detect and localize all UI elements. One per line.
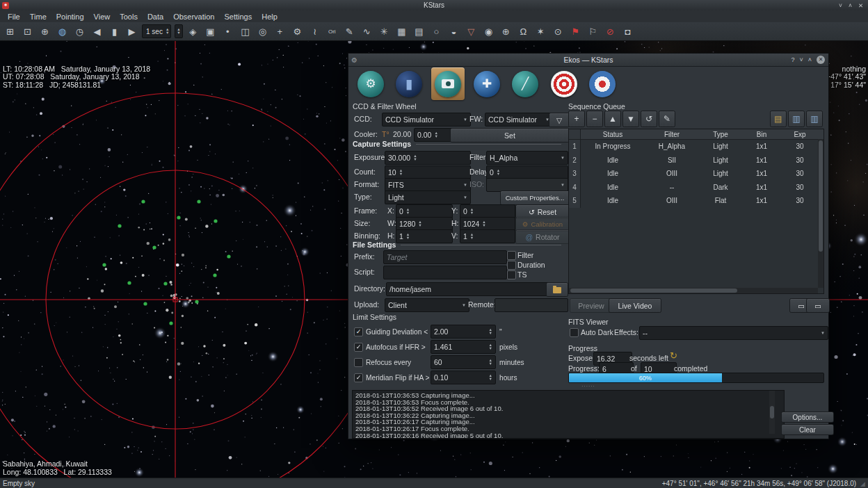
zoom-to-fit-icon[interactable]: ⊞: [3, 25, 17, 38]
filter-manager-button[interactable]: ▽: [549, 113, 570, 127]
set-time-icon[interactable]: ◷: [73, 25, 86, 38]
horizontal-grid-icon[interactable]: ▤: [412, 25, 426, 38]
location-info-box[interactable]: Sabahiya, Ahmadi, KuwaitLong: 48.100833 …: [3, 437, 112, 477]
save-sequence-as-icon[interactable]: ▥: [806, 111, 823, 127]
download-data-icon[interactable]: ◍: [56, 25, 69, 38]
help-icon[interactable]: ?: [791, 56, 794, 63]
limit-checkbox[interactable]: ✓: [354, 373, 363, 382]
custom-properties-button[interactable]: Custom Properties...: [500, 190, 570, 205]
column-filter[interactable]: Filter: [645, 131, 699, 138]
size-h-spinbox[interactable]: 1024: [460, 217, 515, 231]
stop-clock-icon[interactable]: ▮: [108, 25, 121, 38]
add-job-icon[interactable]: +: [568, 111, 585, 127]
live-video-button[interactable]: Live Video: [609, 298, 661, 313]
filter-select[interactable]: H_Alpha: [486, 151, 568, 165]
export-sky-image-icon[interactable]: ◘: [621, 25, 634, 38]
auto-dark-checkbox[interactable]: [570, 328, 579, 337]
remove-job-icon[interactable]: −: [586, 111, 603, 127]
size-w-spinbox[interactable]: 1280: [396, 217, 453, 231]
menu-item[interactable]: Help: [257, 12, 282, 22]
count-spinbox[interactable]: 10: [385, 165, 471, 179]
ekos-titlebar[interactable]: ⚙ Ekos — KStars ? ✕: [348, 54, 828, 67]
menu-item[interactable]: Tools: [115, 12, 143, 22]
night-vision-icon[interactable]: ⊘: [604, 25, 617, 38]
format-select[interactable]: FITS: [385, 178, 471, 192]
move-job-down-icon[interactable]: ▼: [622, 111, 639, 127]
clear-log-button[interactable]: Clear: [781, 424, 834, 435]
device-manager-icon[interactable]: ◫: [239, 25, 252, 38]
internet-link-icon[interactable]: ≀: [308, 25, 321, 38]
zoom-in-icon[interactable]: ⊕: [38, 25, 51, 38]
hips-overlay-icon[interactable]: ⊕: [499, 25, 513, 38]
directory-input[interactable]: /home/jasem: [386, 282, 550, 296]
time-step-back-icon[interactable]: ◀: [90, 25, 104, 38]
time-unit-stepper[interactable]: [175, 24, 182, 38]
edit-job-icon[interactable]: ✎: [659, 111, 675, 127]
tab-guide[interactable]: [547, 67, 581, 100]
sequence-row[interactable]: 2 Idle SII Light 1x1 30: [569, 154, 823, 168]
tab-scheduler[interactable]: ▮: [392, 67, 426, 100]
open-sequence-icon[interactable]: ▤: [770, 111, 787, 127]
delay-spinbox[interactable]: 0: [486, 165, 568, 179]
table-horizontal-scrollbar[interactable]: [569, 288, 818, 293]
sky-culture-icon[interactable]: ▽: [465, 25, 478, 38]
star-hopper-icon[interactable]: ✶: [534, 25, 547, 38]
browse-directory-button[interactable]: [546, 282, 568, 297]
menu-item[interactable]: Data: [143, 12, 168, 22]
type-select[interactable]: Light: [385, 190, 471, 204]
shade-icon[interactable]: [799, 56, 803, 63]
add-flag-icon[interactable]: ⚐: [586, 25, 600, 38]
reset-queue-icon[interactable]: ↺: [641, 111, 657, 127]
sequence-row[interactable]: 4 Idle -- Dark 1x1 30: [569, 181, 823, 195]
time-step-spinbox[interactable]: 1 sec: [142, 24, 171, 38]
lock-position-icon[interactable]: Ω: [517, 25, 530, 38]
log-output[interactable]: 2018-01-13T10:36:53 Capturing image...20…: [352, 390, 785, 439]
menu-item[interactable]: Pointing: [51, 12, 89, 22]
sequence-row[interactable]: 1 In Progress H_Alpha Light 1x1 30: [569, 140, 823, 154]
menu-item[interactable]: Settings: [219, 12, 257, 22]
ts-checkbox[interactable]: [507, 270, 516, 279]
menu-item[interactable]: Time: [25, 12, 51, 22]
opaque-ground-icon[interactable]: ◒: [447, 25, 460, 38]
limit-checkbox[interactable]: [354, 358, 363, 367]
table-vertical-scrollbar[interactable]: [818, 139, 823, 288]
move-job-up-icon[interactable]: ▲: [604, 111, 621, 127]
track-object-icon[interactable]: •: [221, 25, 234, 38]
find-object-icon[interactable]: ⊡: [21, 25, 34, 38]
column-status[interactable]: Status: [581, 131, 645, 138]
start-clock-icon[interactable]: ▶: [125, 25, 138, 38]
limit-checkbox[interactable]: ✓: [354, 343, 363, 352]
constellation-lines-icon[interactable]: ∿: [360, 25, 373, 38]
splitter-handle[interactable]: ......: [348, 382, 828, 388]
unshade-icon[interactable]: [849, 2, 852, 9]
duration-checkbox[interactable]: [507, 261, 516, 270]
sequence-row[interactable]: 3 Idle OIII Light 1x1 30: [569, 167, 823, 181]
observation-flag-icon[interactable]: ⚑: [569, 25, 582, 38]
tab-setup[interactable]: ⚙: [354, 67, 387, 100]
tab-mount[interactable]: ╱: [508, 67, 542, 100]
configure-icon[interactable]: ⚙: [291, 25, 304, 38]
whats-interesting-icon[interactable]: ◉: [482, 25, 495, 38]
capture-image-icon[interactable]: ▣: [204, 25, 217, 38]
main-titlebar[interactable]: ✶ KStars: [0, 0, 868, 11]
constellation-art-icon[interactable]: ✎: [343, 25, 356, 38]
fov-indicator-icon[interactable]: ⊙: [552, 25, 565, 38]
frame-x-spinbox[interactable]: 0: [396, 204, 453, 218]
sequence-row[interactable]: 5 Idle OIII Flat 1x1 30: [569, 194, 823, 208]
effects-select[interactable]: --: [639, 326, 828, 340]
script-input[interactable]: [383, 266, 507, 279]
focus-point-icon[interactable]: ◈: [186, 25, 200, 38]
filter-checkbox[interactable]: [507, 251, 516, 260]
constellation-names-icon[interactable]: Ori: [326, 25, 339, 38]
fits-preview-button[interactable]: ▭: [806, 298, 830, 313]
menu-item[interactable]: View: [89, 12, 115, 22]
frame-y-spinbox[interactable]: 0: [460, 204, 515, 218]
unshade-icon[interactable]: [808, 56, 812, 63]
limit-spinbox[interactable]: 1.461: [431, 340, 496, 354]
tab-align[interactable]: [586, 67, 619, 100]
menu-item[interactable]: File: [3, 12, 25, 22]
time-info-box[interactable]: LT: 10:28:08 AM Saturday, January 13, 20…: [3, 41, 150, 89]
ccd-select[interactable]: CCD Simulator: [382, 113, 471, 127]
resize-grip[interactable]: [856, 480, 865, 487]
log-scrollbar[interactable]: [769, 391, 775, 434]
